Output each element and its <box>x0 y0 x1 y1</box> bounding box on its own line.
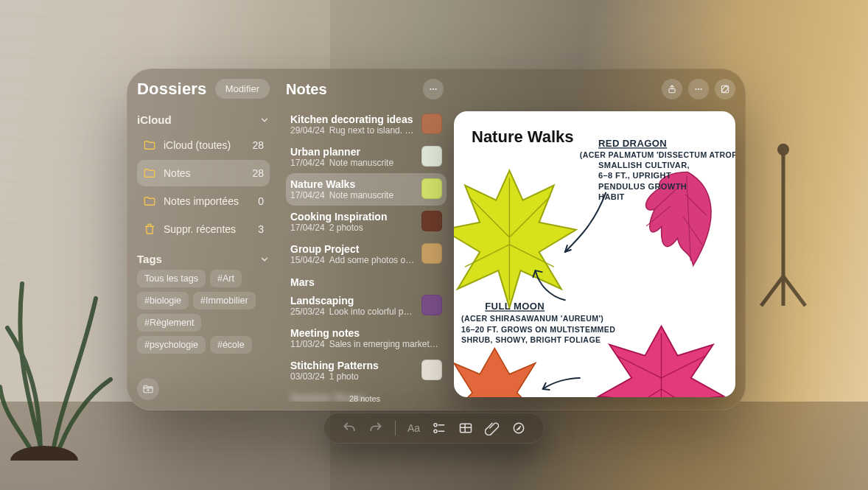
edit-button[interactable]: Modifier <box>215 79 270 99</box>
svg-point-5 <box>433 88 434 90</box>
folder-count: 3 <box>258 223 264 235</box>
note-item[interactable]: Stitching Patterns03/03/241 photo <box>286 354 447 387</box>
note-item-sub: 17/04/24Note manuscrite <box>290 158 416 168</box>
svg-point-6 <box>435 88 436 90</box>
notes-count: 28 notes <box>279 394 451 403</box>
note-item-title: Cooking Inspiration <box>290 211 416 223</box>
section-tags-header[interactable]: Tags <box>137 253 270 265</box>
checklist-icon[interactable] <box>432 421 447 435</box>
note-item-title: Stitching Patterns <box>290 360 416 371</box>
note-item-title: Urban planner <box>290 146 416 158</box>
folder-icon <box>143 167 156 180</box>
folder-label: Notes <box>164 167 191 179</box>
section-tags-label: Tags <box>137 253 162 265</box>
folder-icon <box>143 195 156 208</box>
svg-text:HABIT: HABIT <box>598 192 625 201</box>
notes-more-button[interactable] <box>423 79 444 99</box>
folders-sidebar: Dossiers Modifier iCloud iCloud (toutes)… <box>127 69 279 410</box>
table-icon[interactable] <box>458 421 473 435</box>
svg-text:PENDULUS GROWTH: PENDULUS GROWTH <box>598 182 687 191</box>
anno-full-moon-heading: FULL MOON <box>485 301 545 312</box>
folder-icon <box>143 139 156 152</box>
note-paper[interactable]: Nature Walks <box>454 111 735 397</box>
compose-button[interactable] <box>715 79 735 99</box>
markup-icon[interactable] <box>511 421 526 435</box>
note-item[interactable]: Urban planner17/04/24Note manuscrite <box>286 141 447 173</box>
anno-red-dragon-heading: RED DRAGON <box>598 138 667 149</box>
section-icloud-header[interactable]: iCloud <box>137 113 270 126</box>
folder-row-0[interactable]: iCloud (toutes)28 <box>137 132 270 158</box>
note-thumb <box>421 113 442 134</box>
note-item-sub: 17/04/24Note manuscrite <box>290 190 416 200</box>
folder-row-2[interactable]: Notes importées0 <box>137 188 270 214</box>
tag-chip-1[interactable]: #Art <box>210 270 242 287</box>
text-format-button[interactable]: Aa <box>407 422 420 434</box>
note-thumb <box>421 360 442 380</box>
note-item-title: Kitchen decorating ideas <box>290 113 416 125</box>
note-detail: Nature Walks <box>451 69 746 410</box>
svg-text:SMALLISH CULTIVAR,: SMALLISH CULTIVAR, <box>598 161 690 169</box>
tag-chip-4[interactable]: #Règlement <box>137 314 201 332</box>
new-folder-button[interactable] <box>137 378 159 400</box>
note-item-sub: 29/04/24Rug next to island. Cont… <box>290 125 416 136</box>
share-icon <box>667 84 677 94</box>
folder-count: 0 <box>258 195 264 207</box>
note-item[interactable]: Cooking Inspiration17/04/242 photos <box>286 206 447 238</box>
tag-chip-2[interactable]: #biologie <box>137 292 189 309</box>
notes-window: Dossiers Modifier iCloud iCloud (toutes)… <box>127 69 746 410</box>
ellipsis-icon <box>428 84 438 94</box>
svg-text:SHRUB, SHOWY, BRIGHT FOLIAGE: SHRUB, SHOWY, BRIGHT FOLIAGE <box>461 335 601 344</box>
toolbar-separator <box>395 421 396 435</box>
svg-text:(ACER PALMATUM 'DISSECTUM ATRO: (ACER PALMATUM 'DISSECTUM ATROPURPUREUM'… <box>580 150 735 159</box>
note-item-sub: 17/04/242 photos <box>290 223 416 233</box>
svg-text:16–20 FT. GROWS ON MULTISTEMME: 16–20 FT. GROWS ON MULTISTEMMED <box>461 325 615 334</box>
chevron-down-icon <box>259 115 270 125</box>
folder-label: Notes importées <box>164 195 239 207</box>
note-item-sub: 25/03/24Look into colorful peren… <box>290 307 416 317</box>
svg-point-8 <box>695 88 696 90</box>
note-thumb <box>421 178 442 199</box>
tag-chip-6[interactable]: #école <box>210 336 252 354</box>
folder-row-3[interactable]: Suppr. récentes3 <box>137 216 270 242</box>
note-thumb <box>421 211 442 231</box>
note-item[interactable]: Nature Walks17/04/24Note manuscrite <box>286 173 447 206</box>
folder-label: Suppr. récentes <box>164 223 236 235</box>
note-item[interactable]: Meeting notes11/03/24Sales in emerging m… <box>286 322 447 354</box>
note-item-title: Group Project <box>290 243 416 255</box>
note-item[interactable]: Kitchen decorating ideas29/04/24Rug next… <box>286 108 447 141</box>
svg-point-4 <box>430 88 431 90</box>
folder-label: iCloud (toutes) <box>164 139 231 151</box>
format-toolbar: Aa <box>323 413 545 444</box>
notes-list-column: Notes Kitchen decorating ideas29/04/24Ru… <box>279 69 451 410</box>
notes-title: Notes <box>286 81 327 98</box>
svg-point-9 <box>698 88 699 90</box>
detail-more-button[interactable] <box>688 79 709 99</box>
share-button[interactable] <box>662 79 682 99</box>
note-item-title: Meeting notes <box>290 327 442 339</box>
folder-row-1[interactable]: Notes28 <box>137 160 270 186</box>
svg-text:(ACER SHIRASAWANUM 'AUREUM'): (ACER SHIRASAWANUM 'AUREUM') <box>461 314 603 323</box>
tag-chip-5[interactable]: #psychologie <box>137 336 206 354</box>
trash-icon <box>143 223 156 236</box>
ellipsis-icon <box>693 84 704 94</box>
attach-icon[interactable] <box>485 421 500 435</box>
svg-point-21 <box>434 430 437 433</box>
folder-count: 28 <box>252 167 264 179</box>
svg-point-20 <box>434 424 437 427</box>
tag-chip-3[interactable]: #Immobilier <box>193 292 256 309</box>
new-folder-icon <box>142 383 154 395</box>
note-thumb <box>421 146 442 167</box>
tag-chip-0[interactable]: Tous les tags <box>137 270 206 287</box>
notes-group-label: Mars <box>290 276 447 288</box>
undo-icon <box>342 421 357 435</box>
note-item-sub: 03/03/241 photo <box>290 371 416 382</box>
section-icloud-label: iCloud <box>137 113 172 126</box>
note-item[interactable]: Landscaping25/03/24Look into colorful pe… <box>286 290 447 322</box>
svg-rect-22 <box>461 424 472 433</box>
folder-count: 28 <box>252 139 264 151</box>
svg-text:6–8 FT., UPRIGHT: 6–8 FT., UPRIGHT <box>598 171 671 180</box>
note-item-sub: 11/03/24Sales in emerging markets are t… <box>290 339 442 349</box>
note-item-title: Nature Walks <box>290 178 416 190</box>
note-item[interactable]: Group Project15/04/24Add some photos of … <box>286 238 447 270</box>
redo-icon <box>368 421 383 435</box>
